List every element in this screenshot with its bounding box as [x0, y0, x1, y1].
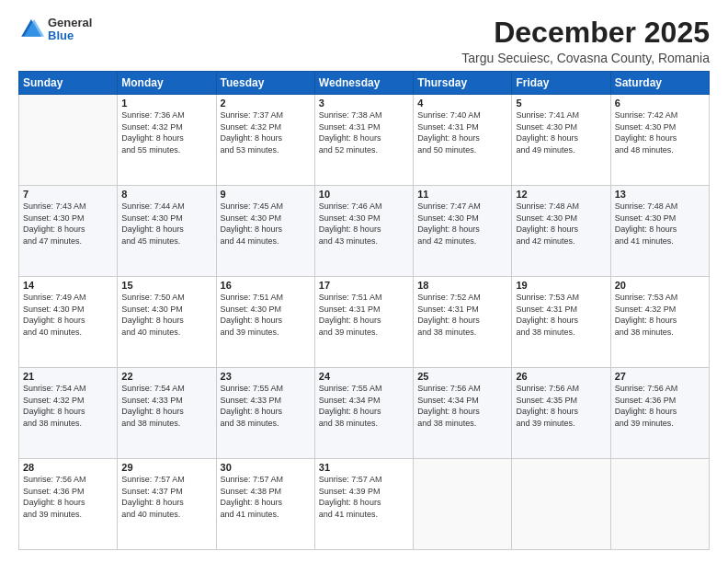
day-info: Sunrise: 7:55 AM Sunset: 4:33 PM Dayligh…: [221, 383, 311, 429]
calendar-cell: 8Sunrise: 7:44 AM Sunset: 4:30 PM Daylig…: [118, 186, 216, 277]
day-info: Sunrise: 7:46 AM Sunset: 4:30 PM Dayligh…: [319, 201, 409, 247]
day-number: 15: [121, 280, 211, 291]
calendar-cell: 28Sunrise: 7:56 AM Sunset: 4:36 PM Dayli…: [19, 459, 118, 550]
header-day-friday: Friday: [512, 72, 610, 95]
day-info: Sunrise: 7:54 AM Sunset: 4:32 PM Dayligh…: [23, 383, 113, 429]
day-info: Sunrise: 7:47 AM Sunset: 4:30 PM Dayligh…: [417, 201, 507, 247]
calendar-cell: 13Sunrise: 7:48 AM Sunset: 4:30 PM Dayli…: [610, 186, 709, 277]
day-info: Sunrise: 7:57 AM Sunset: 4:37 PM Dayligh…: [121, 474, 211, 520]
day-info: Sunrise: 7:37 AM Sunset: 4:32 PM Dayligh…: [221, 109, 311, 155]
calendar-cell: 10Sunrise: 7:46 AM Sunset: 4:30 PM Dayli…: [314, 186, 413, 277]
header-day-wednesday: Wednesday: [314, 72, 413, 95]
day-info: Sunrise: 7:56 AM Sunset: 4:36 PM Dayligh…: [615, 383, 705, 429]
calendar-cell: 25Sunrise: 7:56 AM Sunset: 4:34 PM Dayli…: [414, 368, 512, 459]
header-day-monday: Monday: [118, 72, 216, 95]
day-info: Sunrise: 7:51 AM Sunset: 4:31 PM Dayligh…: [319, 292, 409, 338]
day-number: 17: [319, 280, 409, 291]
day-number: 3: [319, 98, 409, 109]
header-day-sunday: Sunday: [19, 72, 118, 95]
day-info: Sunrise: 7:54 AM Sunset: 4:33 PM Dayligh…: [121, 383, 211, 429]
day-info: Sunrise: 7:53 AM Sunset: 4:32 PM Dayligh…: [615, 292, 705, 338]
day-info: Sunrise: 7:50 AM Sunset: 4:30 PM Dayligh…: [121, 292, 211, 338]
day-info: Sunrise: 7:45 AM Sunset: 4:30 PM Dayligh…: [221, 201, 311, 247]
logo: General Blue: [18, 17, 92, 43]
week-row-3: 21Sunrise: 7:54 AM Sunset: 4:32 PM Dayli…: [19, 368, 710, 459]
day-number: 13: [615, 189, 705, 200]
header: General Blue December 2025 Targu Secuies…: [18, 17, 710, 65]
calendar-cell: 17Sunrise: 7:51 AM Sunset: 4:31 PM Dayli…: [314, 277, 413, 368]
day-info: Sunrise: 7:42 AM Sunset: 4:30 PM Dayligh…: [615, 109, 705, 155]
day-info: Sunrise: 7:51 AM Sunset: 4:30 PM Dayligh…: [221, 292, 311, 338]
header-day-tuesday: Tuesday: [216, 72, 314, 95]
day-info: Sunrise: 7:48 AM Sunset: 4:30 PM Dayligh…: [516, 201, 606, 247]
logo-blue: Blue: [48, 29, 92, 42]
day-number: 11: [417, 189, 507, 200]
day-number: 20: [615, 280, 705, 291]
calendar-cell: [610, 459, 709, 550]
day-info: Sunrise: 7:36 AM Sunset: 4:32 PM Dayligh…: [121, 109, 211, 155]
day-info: Sunrise: 7:55 AM Sunset: 4:34 PM Dayligh…: [319, 383, 409, 429]
day-info: Sunrise: 7:49 AM Sunset: 4:30 PM Dayligh…: [23, 292, 113, 338]
day-info: Sunrise: 7:57 AM Sunset: 4:39 PM Dayligh…: [319, 474, 409, 520]
calendar-cell: 27Sunrise: 7:56 AM Sunset: 4:36 PM Dayli…: [610, 368, 709, 459]
day-number: 21: [23, 371, 113, 382]
day-info: Sunrise: 7:44 AM Sunset: 4:30 PM Dayligh…: [121, 201, 211, 247]
title-section: December 2025 Targu Secuiesc, Covasna Co…: [461, 17, 710, 65]
calendar-cell: 24Sunrise: 7:55 AM Sunset: 4:34 PM Dayli…: [314, 368, 413, 459]
day-number: 2: [221, 98, 311, 109]
calendar-cell: 26Sunrise: 7:56 AM Sunset: 4:35 PM Dayli…: [512, 368, 610, 459]
calendar-cell: 18Sunrise: 7:52 AM Sunset: 4:31 PM Dayli…: [414, 277, 512, 368]
day-info: Sunrise: 7:48 AM Sunset: 4:30 PM Dayligh…: [615, 201, 705, 247]
calendar-cell: [512, 459, 610, 550]
day-number: 5: [516, 98, 606, 109]
calendar-cell: 22Sunrise: 7:54 AM Sunset: 4:33 PM Dayli…: [118, 368, 216, 459]
calendar-cell: 31Sunrise: 7:57 AM Sunset: 4:39 PM Dayli…: [314, 459, 413, 550]
day-number: 29: [121, 462, 211, 473]
day-number: 12: [516, 189, 606, 200]
header-day-thursday: Thursday: [414, 72, 512, 95]
main-title: December 2025: [461, 17, 710, 49]
week-row-2: 14Sunrise: 7:49 AM Sunset: 4:30 PM Dayli…: [19, 277, 710, 368]
subtitle: Targu Secuiesc, Covasna County, Romania: [461, 51, 710, 65]
calendar-cell: 7Sunrise: 7:43 AM Sunset: 4:30 PM Daylig…: [19, 186, 118, 277]
calendar-cell: 21Sunrise: 7:54 AM Sunset: 4:32 PM Dayli…: [19, 368, 118, 459]
week-row-4: 28Sunrise: 7:56 AM Sunset: 4:36 PM Dayli…: [19, 459, 710, 550]
calendar-cell: 4Sunrise: 7:40 AM Sunset: 4:31 PM Daylig…: [414, 95, 512, 186]
calendar-cell: 20Sunrise: 7:53 AM Sunset: 4:32 PM Dayli…: [610, 277, 709, 368]
logo-general: General: [48, 17, 92, 29]
day-number: 24: [319, 371, 409, 382]
calendar: SundayMondayTuesdayWednesdayThursdayFrid…: [18, 71, 710, 550]
calendar-cell: 3Sunrise: 7:38 AM Sunset: 4:31 PM Daylig…: [314, 95, 413, 186]
day-info: Sunrise: 7:56 AM Sunset: 4:36 PM Dayligh…: [23, 474, 113, 520]
calendar-cell: 30Sunrise: 7:57 AM Sunset: 4:38 PM Dayli…: [216, 459, 314, 550]
day-info: Sunrise: 7:57 AM Sunset: 4:38 PM Dayligh…: [221, 474, 311, 520]
day-number: 16: [221, 280, 311, 291]
calendar-cell: 29Sunrise: 7:57 AM Sunset: 4:37 PM Dayli…: [118, 459, 216, 550]
day-info: Sunrise: 7:43 AM Sunset: 4:30 PM Dayligh…: [23, 201, 113, 247]
day-number: 19: [516, 280, 606, 291]
day-number: 8: [121, 189, 211, 200]
calendar-cell: 5Sunrise: 7:41 AM Sunset: 4:30 PM Daylig…: [512, 95, 610, 186]
day-number: 10: [319, 189, 409, 200]
logo-text: General Blue: [48, 17, 92, 43]
calendar-cell: 12Sunrise: 7:48 AM Sunset: 4:30 PM Dayli…: [512, 186, 610, 277]
day-info: Sunrise: 7:52 AM Sunset: 4:31 PM Dayligh…: [417, 292, 507, 338]
day-number: 30: [221, 462, 311, 473]
calendar-cell: [414, 459, 512, 550]
day-info: Sunrise: 7:40 AM Sunset: 4:31 PM Dayligh…: [417, 109, 507, 155]
day-number: 23: [221, 371, 311, 382]
day-info: Sunrise: 7:56 AM Sunset: 4:34 PM Dayligh…: [417, 383, 507, 429]
calendar-cell: 6Sunrise: 7:42 AM Sunset: 4:30 PM Daylig…: [610, 95, 709, 186]
calendar-table: SundayMondayTuesdayWednesdayThursdayFrid…: [18, 71, 710, 550]
week-row-0: 1Sunrise: 7:36 AM Sunset: 4:32 PM Daylig…: [19, 95, 710, 186]
day-number: 26: [516, 371, 606, 382]
header-day-saturday: Saturday: [610, 72, 709, 95]
calendar-cell: 11Sunrise: 7:47 AM Sunset: 4:30 PM Dayli…: [414, 186, 512, 277]
day-number: 4: [417, 98, 507, 109]
day-info: Sunrise: 7:38 AM Sunset: 4:31 PM Dayligh…: [319, 109, 409, 155]
calendar-cell: 16Sunrise: 7:51 AM Sunset: 4:30 PM Dayli…: [216, 277, 314, 368]
calendar-cell: 1Sunrise: 7:36 AM Sunset: 4:32 PM Daylig…: [118, 95, 216, 186]
day-number: 31: [319, 462, 409, 473]
calendar-cell: 9Sunrise: 7:45 AM Sunset: 4:30 PM Daylig…: [216, 186, 314, 277]
calendar-cell: 15Sunrise: 7:50 AM Sunset: 4:30 PM Dayli…: [118, 277, 216, 368]
